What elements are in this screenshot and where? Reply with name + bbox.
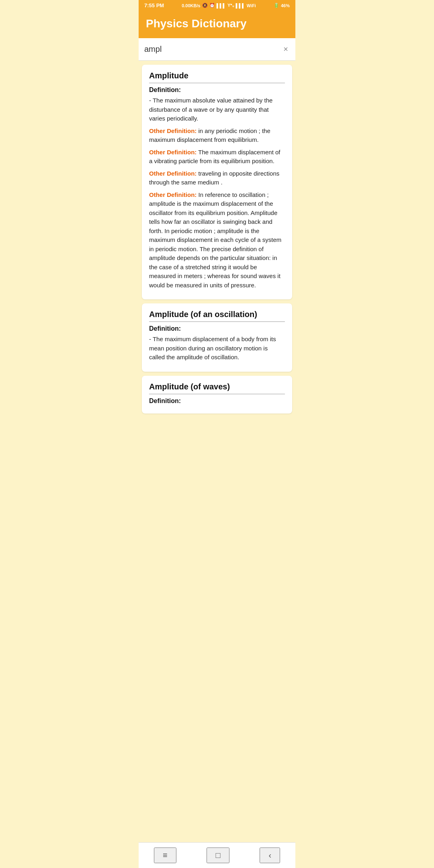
battery-percent: 46%: [281, 3, 290, 8]
definition-label-amplitude-oscillation: Definition:: [149, 325, 285, 332]
search-bar: ×: [139, 38, 295, 61]
other-def-label-4: Other Definition:: [149, 191, 197, 198]
status-time: 7:55 PM: [144, 2, 164, 8]
entry-card-amplitude-waves: Amplitude (of waves) Definition:: [142, 376, 292, 414]
entry-card-amplitude-oscillation: Amplitude (of an oscillation) Definition…: [142, 303, 292, 372]
wifi-icon: WiFi: [247, 3, 256, 8]
other-def-label-2: Other Definition:: [149, 149, 197, 156]
mute-icon: 🔕: [202, 3, 208, 8]
signal2-icon: ▌▌▌: [235, 3, 245, 8]
content-area: Amplitude Definition: - The maximum abso…: [139, 61, 295, 446]
other-def-1: Other Definition: in any periodic motion…: [149, 127, 285, 145]
alarm-icon: ⏰: [209, 3, 215, 8]
term-title-amplitude: Amplitude: [149, 71, 285, 83]
app-title: Physics Dictionary: [146, 17, 288, 30]
battery-icon: 🔋: [274, 3, 279, 8]
term-title-amplitude-waves: Amplitude (of waves): [149, 382, 285, 394]
definition-label-amplitude-waves: Definition:: [149, 397, 285, 405]
other-def-text-4: In reference to oscillation ; amplitude …: [149, 191, 281, 289]
other-def-label-1: Other Definition:: [149, 127, 197, 134]
other-def-3: Other Definition: traveling in opposite …: [149, 169, 285, 187]
search-input[interactable]: [144, 45, 282, 54]
definition-label-amplitude: Definition:: [149, 86, 285, 94]
entry-card-amplitude: Amplitude Definition: - The maximum abso…: [142, 65, 292, 299]
other-def-label-3: Other Definition:: [149, 170, 197, 177]
other-def-2: Other Definition: The maximum displaceme…: [149, 148, 285, 166]
main-definition-amplitude-oscillation: - The maximum displacement of a body fro…: [149, 335, 285, 362]
network-speed: 0.00KB/s: [182, 3, 200, 8]
app-header: Physics Dictionary: [139, 11, 295, 38]
status-battery: 🔋 46%: [274, 3, 290, 8]
lte-icon: Yᵒᵤ: [227, 3, 234, 8]
term-title-amplitude-oscillation: Amplitude (of an oscillation): [149, 310, 285, 322]
other-def-4: Other Definition: In reference to oscill…: [149, 190, 285, 290]
signal-icon: ▌▌▌: [217, 3, 226, 8]
main-definition-amplitude: - The maximum absolute value attained by…: [149, 96, 285, 123]
search-clear-button[interactable]: ×: [282, 43, 290, 55]
status-bar: 7:55 PM 0.00KB/s 🔕 ⏰ ▌▌▌ Yᵒᵤ ▌▌▌ WiFi 🔋 …: [139, 0, 295, 11]
status-network: 0.00KB/s 🔕 ⏰ ▌▌▌ Yᵒᵤ ▌▌▌ WiFi: [182, 3, 256, 8]
